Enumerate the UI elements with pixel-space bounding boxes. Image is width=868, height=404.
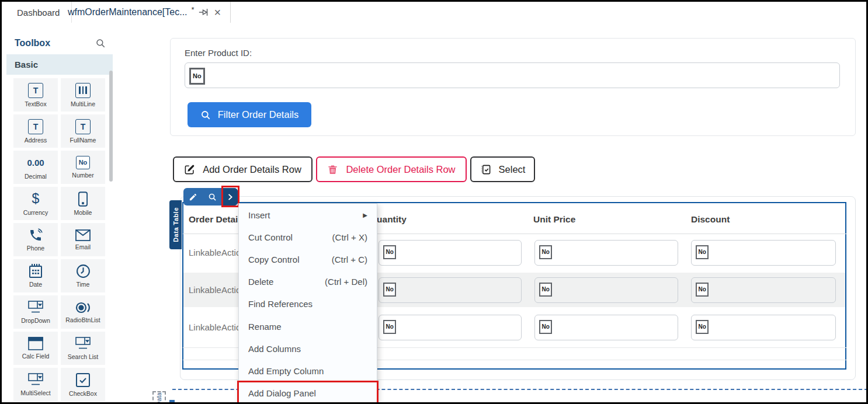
checkbox-icon — [75, 372, 91, 388]
search-icon — [200, 110, 211, 120]
date-icon — [29, 264, 43, 278]
multiselect-icon — [27, 373, 44, 387]
column-header-unit-price: Unit Price — [533, 214, 575, 225]
linkable-action-link[interactable]: LinkableAction — [189, 248, 246, 257]
fullname-icon: T — [75, 119, 91, 134]
trash-icon — [327, 164, 338, 175]
select-button[interactable]: Select — [470, 156, 535, 182]
time-icon — [76, 264, 91, 278]
unit-price-input[interactable]: No — [534, 277, 678, 303]
unsaved-changes-marker: * — [192, 5, 195, 14]
toolbox-tile-time[interactable]: Time — [61, 259, 105, 292]
decimal-icon: 0.00 — [27, 155, 44, 170]
drop-target-handle[interactable] — [169, 400, 175, 404]
menu-item-copy-control[interactable]: Copy Control (Ctrl + C) — [239, 248, 377, 270]
edit-icon[interactable] — [183, 188, 203, 206]
no-validation-badge: No — [539, 320, 552, 334]
toolbox-tile-currency[interactable]: $ Currency — [13, 187, 58, 220]
quantity-input[interactable]: No — [379, 240, 522, 266]
unit-price-input[interactable]: No — [534, 315, 678, 340]
no-validation-badge: No — [383, 320, 396, 334]
column-header-discount: Discount — [691, 214, 730, 225]
toolbox-tile-searchlist[interactable]: Search List — [61, 332, 105, 365]
toolbox-tile-multiline[interactable]: MultiLine — [61, 78, 105, 112]
tab-dashboard-label: Dashboard — [17, 8, 60, 18]
quantity-input[interactable]: No — [379, 315, 522, 340]
toolbox-tile-radiobtnlist[interactable]: RadioBtnList — [61, 295, 105, 329]
close-icon[interactable]: × — [214, 6, 221, 18]
toolbox-scrollbar[interactable] — [109, 71, 113, 182]
toolbox-tile-date[interactable]: Date — [13, 259, 58, 292]
no-validation-badge: No — [696, 283, 709, 297]
filter-order-details-button[interactable]: Filter Order Details — [188, 102, 311, 127]
email-icon — [75, 229, 91, 241]
data-table-side-tab[interactable]: Data Table — [169, 200, 182, 249]
tab-active-label: wfmOrderMaintenance[Tec... — [68, 7, 188, 18]
linkable-action-link[interactable]: LinkableAction — [189, 285, 246, 295]
menu-item-add-columns[interactable]: Add Columns — [239, 337, 377, 360]
no-validation-badge: No — [539, 283, 552, 297]
menu-item-cut-control[interactable]: Cut Control (Ctrl + X) — [239, 226, 377, 248]
delete-button-label: Delete Order Details Row — [346, 164, 455, 175]
radiobtnlist-icon — [75, 301, 91, 314]
currency-icon: $ — [32, 191, 40, 207]
no-validation-badge: No — [696, 245, 709, 259]
app-window: Dashboard wfmOrderMaintenance[Tec... * ×… — [0, 0, 868, 404]
discount-input[interactable]: No — [691, 240, 836, 266]
toolbox-tile-number[interactable]: No Number — [61, 151, 105, 184]
no-validation-badge: No — [189, 68, 205, 85]
toolbox-tile-checkbox[interactable]: CheckBox — [61, 368, 105, 401]
drop-target-side-tab-label: Data Table — [156, 394, 162, 404]
mobile-icon — [78, 191, 88, 207]
toolbox-tile-textbox[interactable]: T TextBox — [13, 78, 58, 112]
address-icon: T — [28, 119, 43, 134]
shortcut-label: (Ctrl + C) — [332, 255, 367, 264]
menu-item-insert[interactable]: Insert ▶ — [239, 204, 377, 226]
unit-price-input[interactable]: No — [534, 240, 678, 266]
add-button-label: Add Order Details Row — [203, 164, 301, 175]
menu-item-add-empty-column[interactable]: Add Empty Column — [239, 360, 377, 382]
add-order-details-row-button[interactable]: Add Order Details Row — [173, 156, 313, 182]
no-validation-badge: No — [696, 320, 709, 334]
menu-item-add-dialog-panel[interactable]: Add Dialog Panel — [239, 382, 377, 404]
menu-item-rename[interactable]: Rename — [239, 315, 377, 337]
filter-button-label: Filter Order Details — [218, 109, 298, 120]
shortcut-label: (Ctrl + Del) — [325, 277, 367, 287]
toolbox-tile-dropdown[interactable]: DropDown — [13, 295, 58, 329]
product-id-input[interactable]: No — [185, 62, 840, 88]
toolbox-grid: T TextBox MultiLine T Address T FullName… — [6, 75, 113, 402]
product-id-label: Enter Product ID: — [185, 48, 252, 58]
annotation-highlight-chevron — [221, 186, 239, 207]
data-table-side-tab-label: Data Table — [172, 207, 179, 242]
discount-input[interactable]: No — [691, 315, 836, 340]
textbox-icon: T — [28, 83, 43, 98]
search-icon[interactable] — [203, 188, 222, 206]
no-validation-badge: No — [383, 245, 396, 259]
toolbox-tile-mobile[interactable]: Mobile — [61, 187, 105, 220]
quantity-input[interactable]: No — [379, 277, 522, 303]
toolbox-section-basic[interactable]: Basic — [6, 54, 113, 75]
menu-item-delete[interactable]: Delete (Ctrl + Del) — [239, 271, 377, 293]
toolbox-panel: Toolbox Basic T TextBox MultiLine T Addr… — [6, 31, 113, 402]
toolbox-tile-fullname[interactable]: T FullName — [61, 114, 105, 148]
toolbox-title: Toolbox — [15, 38, 50, 48]
checklist-icon — [480, 164, 491, 175]
toolbox-tile-phone[interactable]: Phone — [13, 223, 58, 256]
calcfield-icon — [27, 337, 44, 350]
no-validation-badge: No — [383, 283, 396, 297]
tab-active-wfmordermaintenance[interactable]: wfmOrderMaintenance[Tec... * × — [58, 2, 231, 23]
discount-input[interactable]: No — [691, 277, 836, 303]
delete-order-details-row-button[interactable]: Delete Order Details Row — [316, 156, 467, 182]
toolbox-tile-decimal[interactable]: 0.00 Decimal — [13, 151, 58, 184]
toolbox-tile-address[interactable]: T Address — [13, 114, 58, 148]
drop-target-side-tab: Data Table — [152, 391, 166, 404]
shortcut-label: (Ctrl + X) — [332, 232, 367, 242]
toolbox-tile-calcfield[interactable]: Calc Field — [13, 332, 58, 365]
toolbox-tile-email[interactable]: Email — [61, 223, 105, 256]
pin-icon[interactable] — [199, 8, 210, 17]
toolbox-tile-multiselect[interactable]: MultiSelect — [13, 368, 58, 401]
tab-bar: Dashboard wfmOrderMaintenance[Tec... * × — [2, 2, 866, 23]
menu-item-find-references[interactable]: Find References — [239, 293, 377, 315]
search-icon[interactable] — [95, 38, 106, 48]
linkable-action-link[interactable]: LinkableAction — [189, 322, 246, 332]
